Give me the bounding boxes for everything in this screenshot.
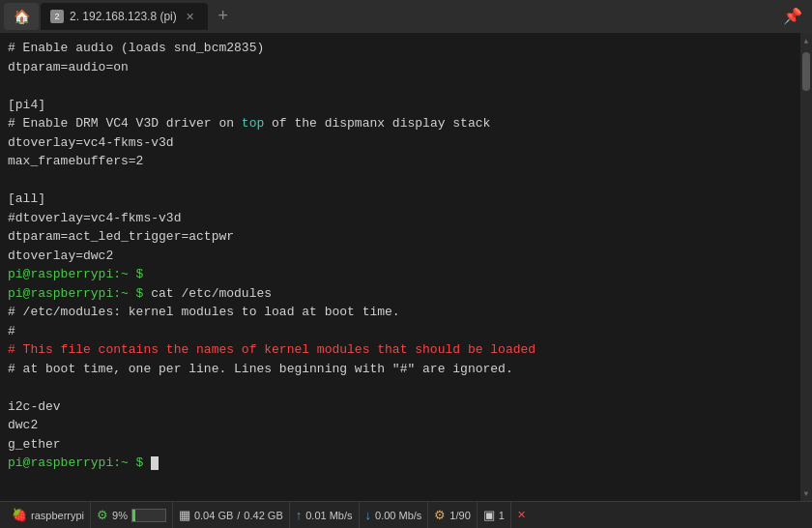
terminal-cursor — [151, 456, 159, 470]
new-tab-button[interactable]: + — [210, 3, 237, 30]
ram-sep: / — [237, 510, 240, 521]
upload-status: ↑ 0.01 Mb/s — [290, 502, 360, 528]
home-tab[interactable]: 🏠 — [4, 3, 39, 30]
main-area: # Enable audio (loads snd_bcm2835) dtpar… — [0, 33, 812, 501]
ram-icon: ▦ — [179, 508, 190, 522]
monitor-value: 1 — [499, 510, 505, 521]
scrollbar[interactable]: ▲ ▼ — [800, 33, 812, 501]
line-17: # This file contains the names of kernel… — [8, 340, 793, 360]
scroll-down-button[interactable]: ▼ — [800, 485, 812, 501]
home-icon: 🏠 — [14, 9, 30, 25]
tab-close-button[interactable]: ✕ — [183, 9, 198, 24]
alert-status: ⚙ 1/90 — [428, 502, 477, 528]
tab-label: 2. 192.168.123.8 (pi) — [70, 10, 177, 23]
gear-icon: ⚙ — [97, 508, 108, 522]
download-icon: ↓ — [365, 508, 372, 522]
cpu-percent: 9% — [112, 510, 128, 521]
line-2: dtparam=audio=on — [8, 58, 793, 77]
line-21: dwc2 — [8, 416, 793, 435]
line-12: dtoverlay=dwc2 — [8, 247, 793, 266]
line-15: # /etc/modules: kernel modules to load a… — [8, 303, 793, 322]
status-bar: 🍓 raspberrypi ⚙ 9% ▦ 0.04 GB / 0.42 GB ↑… — [0, 501, 812, 528]
monitor-status: ▣ 1 — [478, 502, 511, 528]
tab-bar: 🏠 2 2. 192.168.123.8 (pi) ✕ + 📌 — [0, 0, 812, 33]
line-22: g_ether — [8, 435, 793, 455]
cpu-bar — [131, 509, 166, 522]
scrollbar-thumb[interactable] — [802, 52, 810, 91]
line-4: [pi4] — [8, 96, 793, 115]
line-13: pi@raspberrypi:~ $ — [8, 265, 793, 284]
pin-button[interactable]: 📌 — [777, 7, 808, 26]
line-3 — [8, 76, 793, 96]
close-status-button[interactable]: ✕ — [511, 502, 532, 528]
raspberry-status: 🍓 raspberrypi — [6, 502, 91, 528]
monitor-icon: ▣ — [483, 508, 495, 522]
raspberry-icon: 🍓 — [12, 508, 27, 522]
cpu-status: ⚙ 9% — [91, 502, 173, 528]
pin-icon: 📌 — [783, 9, 802, 26]
tab-ssh-icon: 2 — [50, 10, 64, 23]
download-speed: 0.00 Mb/s — [375, 510, 421, 521]
line-1: # Enable audio (loads snd_bcm2835) — [8, 39, 793, 58]
alert-icon: ⚙ — [434, 508, 446, 522]
line-16: # — [8, 322, 793, 341]
line-18: # at boot time, one per line. Lines begi… — [8, 360, 793, 379]
line-20: i2c-dev — [8, 397, 793, 417]
ram-used: 0.04 GB — [194, 510, 233, 521]
line-19 — [8, 378, 793, 397]
ram-total: 0.42 GB — [244, 510, 282, 521]
raspberry-label: raspberrypi — [31, 510, 84, 521]
upload-speed: 0.01 Mb/s — [305, 510, 352, 521]
ram-status: ▦ 0.04 GB / 0.42 GB — [173, 502, 290, 528]
line-6: dtoverlay=vc4-fkms-v3d — [8, 133, 793, 153]
line-23: pi@raspberrypi:~ $ — [8, 454, 793, 473]
upload-icon: ↑ — [296, 508, 303, 522]
line-7: max_framebuffers=2 — [8, 152, 793, 171]
line-9: [all] — [8, 190, 793, 209]
terminal-output[interactable]: # Enable audio (loads snd_bcm2835) dtpar… — [0, 33, 800, 501]
active-tab[interactable]: 2 2. 192.168.123.8 (pi) ✕ — [41, 3, 208, 30]
scroll-up-button[interactable]: ▲ — [800, 33, 812, 48]
line-8 — [8, 171, 793, 191]
download-status: ↓ 0.00 Mb/s — [360, 502, 429, 528]
line-11: dtparam=act_led_trigger=actpwr — [8, 227, 793, 247]
line-5: # Enable DRM VC4 V3D driver on top of th… — [8, 114, 793, 133]
line-14: pi@raspberrypi:~ $ cat /etc/modules — [8, 284, 793, 304]
close-icon: ✕ — [517, 509, 526, 521]
alert-value: 1/90 — [450, 510, 470, 521]
cpu-fill — [132, 510, 135, 521]
line-10: #dtoverlay=vc4-fkms-v3d — [8, 209, 793, 228]
plus-icon: + — [218, 7, 228, 26]
